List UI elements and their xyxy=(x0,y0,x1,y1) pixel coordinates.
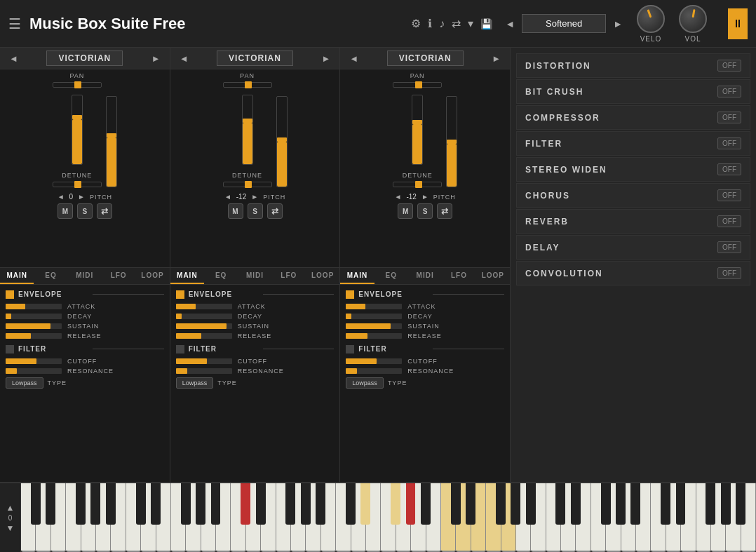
black-key[interactable] xyxy=(136,483,146,525)
type-button-1[interactable]: Lowpass xyxy=(176,377,214,389)
solo-button-0[interactable]: S xyxy=(77,203,93,219)
pitch-up-1[interactable]: ► xyxy=(251,193,258,201)
menu-icon[interactable]: ☰ xyxy=(8,15,21,32)
black-key[interactable] xyxy=(511,483,520,525)
next-preset-button[interactable]: ► xyxy=(610,17,626,31)
black-key[interactable] xyxy=(496,483,506,525)
detune-slider-2[interactable] xyxy=(393,182,442,187)
fx-toggle-6[interactable]: OFF xyxy=(717,215,741,227)
attack-bar-bg-0[interactable] xyxy=(6,304,62,309)
tab-eq-2[interactable]: EQ xyxy=(374,268,408,284)
black-key[interactable] xyxy=(736,483,745,525)
filter-checkbox-0[interactable] xyxy=(6,345,14,354)
tab-midi-1[interactable]: MIDI xyxy=(238,268,271,284)
release-bar-bg-2[interactable] xyxy=(346,333,402,339)
sustain-bar-bg-2[interactable] xyxy=(346,323,402,329)
inst-prev-2[interactable]: ◄ xyxy=(346,52,362,65)
black-key[interactable] xyxy=(241,483,250,525)
black-key[interactable] xyxy=(31,483,41,525)
tab-lfo-0[interactable]: LFO xyxy=(102,268,135,284)
pan-slider-1[interactable] xyxy=(223,82,272,88)
pan-slider-2[interactable] xyxy=(393,82,442,88)
resonance-bar-bg-1[interactable] xyxy=(176,368,232,374)
vol1-slider-0[interactable] xyxy=(72,95,83,165)
tab-loop-1[interactable]: LOOP xyxy=(306,268,339,284)
preset-name[interactable]: Softened xyxy=(522,14,606,33)
fx-toggle-2[interactable]: OFF xyxy=(717,112,741,123)
black-key[interactable] xyxy=(391,483,400,525)
attack-bar-bg-1[interactable] xyxy=(176,304,232,309)
resonance-bar-bg-0[interactable] xyxy=(6,368,62,374)
tab-eq-1[interactable]: EQ xyxy=(204,268,238,284)
fx-toggle-4[interactable]: OFF xyxy=(717,163,741,175)
black-key[interactable] xyxy=(406,483,416,525)
cutoff-bar-bg-2[interactable] xyxy=(346,358,402,364)
tab-loop-0[interactable]: LOOP xyxy=(135,268,169,284)
velo-knob[interactable] xyxy=(637,5,665,33)
black-key[interactable] xyxy=(256,483,266,525)
black-key[interactable] xyxy=(676,483,686,525)
type-button-0[interactable]: Lowpass xyxy=(6,377,43,389)
sustain-bar-bg-1[interactable] xyxy=(176,323,232,329)
sustain-bar-bg-0[interactable] xyxy=(6,323,62,329)
solo-button-1[interactable]: S xyxy=(248,203,263,219)
fx-toggle-3[interactable]: OFF xyxy=(717,137,741,149)
inst-next-2[interactable]: ► xyxy=(488,52,504,65)
black-key[interactable] xyxy=(181,483,191,525)
piano-icon[interactable]: ♪ xyxy=(439,18,445,30)
black-key[interactable] xyxy=(211,483,221,525)
shuffle-icon[interactable]: ⇄ xyxy=(452,17,461,30)
tab-midi-0[interactable]: MIDI xyxy=(68,268,102,284)
envelope-checkbox-1[interactable] xyxy=(176,290,184,299)
black-key[interactable] xyxy=(421,483,431,525)
octave-up-button[interactable]: ▲ xyxy=(6,503,15,513)
release-bar-bg-0[interactable] xyxy=(6,333,62,339)
black-key[interactable] xyxy=(196,483,205,525)
black-key[interactable] xyxy=(721,483,731,525)
tab-main-0[interactable]: MAIN xyxy=(0,268,34,284)
fx-toggle-8[interactable]: OFF xyxy=(717,267,741,279)
tab-loop-2[interactable]: LOOP xyxy=(476,268,510,284)
cutoff-bar-bg-0[interactable] xyxy=(6,358,62,364)
envelope-checkbox-0[interactable] xyxy=(6,290,14,299)
pan-slider-0[interactable] xyxy=(53,82,102,88)
vol2-slider-2[interactable] xyxy=(446,96,457,187)
tab-midi-2[interactable]: MIDI xyxy=(408,268,442,284)
settings-icon[interactable]: ⚙ xyxy=(411,17,421,30)
black-key[interactable] xyxy=(346,483,356,525)
pitch-down-0[interactable]: ◄ xyxy=(58,193,65,201)
shuffle-button-0[interactable]: ⇄ xyxy=(97,203,112,219)
decay-bar-bg-2[interactable] xyxy=(346,314,402,319)
keys-area[interactable] xyxy=(21,483,756,552)
decay-bar-bg-0[interactable] xyxy=(6,314,62,319)
shuffle-button-1[interactable]: ⇄ xyxy=(267,203,283,219)
mute-button-2[interactable]: M xyxy=(398,203,413,219)
inst-prev-0[interactable]: ◄ xyxy=(6,52,22,65)
black-key[interactable] xyxy=(526,483,536,525)
cutoff-bar-bg-1[interactable] xyxy=(176,358,232,364)
fx-toggle-1[interactable]: OFF xyxy=(717,86,741,97)
tab-lfo-2[interactable]: LFO xyxy=(442,268,475,284)
black-key[interactable] xyxy=(571,483,581,525)
detune-slider-1[interactable] xyxy=(223,182,272,187)
black-key[interactable] xyxy=(601,483,611,525)
tab-lfo-1[interactable]: LFO xyxy=(272,268,306,284)
black-key[interactable] xyxy=(285,483,295,525)
black-key[interactable] xyxy=(301,483,311,525)
black-key[interactable] xyxy=(555,483,565,525)
mute-button-0[interactable]: M xyxy=(58,203,73,219)
dropdown-icon[interactable]: ▾ xyxy=(468,17,473,30)
fx-toggle-7[interactable]: OFF xyxy=(717,241,741,253)
tab-main-1[interactable]: MAIN xyxy=(170,268,204,284)
solo-button-2[interactable]: S xyxy=(417,203,433,219)
vol1-slider-2[interactable] xyxy=(412,95,423,165)
vol-knob[interactable] xyxy=(679,5,707,33)
black-key[interactable] xyxy=(46,483,55,525)
black-key[interactable] xyxy=(630,483,640,525)
black-key[interactable] xyxy=(360,483,370,525)
resonance-bar-bg-2[interactable] xyxy=(346,368,402,374)
save-icon[interactable]: 💾 xyxy=(480,18,492,29)
fx-toggle-5[interactable]: OFF xyxy=(717,189,741,201)
black-key[interactable] xyxy=(76,483,86,525)
inst-next-0[interactable]: ► xyxy=(148,52,164,65)
